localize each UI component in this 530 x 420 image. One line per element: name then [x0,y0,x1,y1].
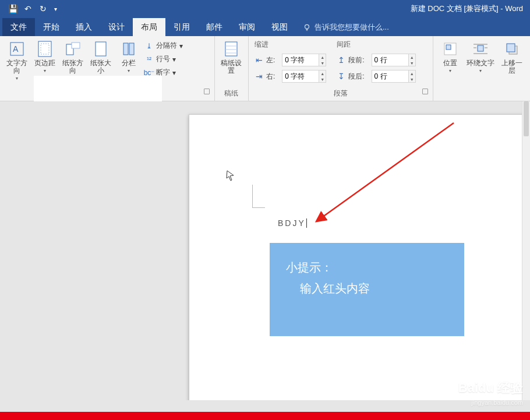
margins-button[interactable]: 页边距 ▾ [31,38,58,75]
svg-rect-7 [96,42,106,56]
chevron-down-icon: ▾ [54,6,57,12]
spin-down-icon[interactable]: ▼ [319,60,326,66]
position-icon [441,40,460,58]
indent-right-input[interactable] [282,70,319,83]
text-cursor-icon [225,170,236,181]
document-workspace: BDJY 小提示： 输入红头内容 [0,101,530,400]
tab-home[interactable]: 开始 [35,18,68,36]
lightbulb-icon [303,23,311,31]
spacing-after-spinner[interactable]: ▲▼ [372,70,416,83]
line-numbers-icon: ¹² [144,55,154,64]
spin-up-icon[interactable]: ▲ [319,70,326,76]
tip-line1: 小提示： [286,257,448,278]
orientation-label: 纸张方向 [61,59,85,75]
spacing-before-row: ↥ 段前: [337,54,364,66]
manuscript-settings-button[interactable]: 稿纸设置 [218,38,245,76]
qat-more-button[interactable]: ▾ [51,2,59,16]
tab-file[interactable]: 文件 [2,18,35,36]
save-icon: 💾 [8,4,18,13]
spin-up-icon[interactable]: ▲ [319,54,326,60]
group-manuscript: 稿纸设置 稿纸 [215,36,249,101]
chevron-down-icon: ▾ [179,42,183,50]
redo-button[interactable]: ↻ [36,2,50,16]
paragraph-group-label: 段落 [252,87,429,100]
svg-rect-16 [478,45,483,51]
svg-rect-10 [225,42,237,56]
indent-right-icon: ⇥ [255,72,264,81]
breaks-button[interactable]: ⤓分隔符 ▾ [144,41,183,51]
redo-icon: ↻ [40,4,47,13]
spin-down-icon[interactable]: ▼ [409,60,415,66]
columns-button[interactable]: 分栏 ▾ [115,38,142,75]
svg-line-23 [322,123,454,217]
undo-icon: ↶ [24,4,31,13]
bottom-red-bar [0,412,530,420]
chevron-down-icon: ▾ [128,68,130,73]
group-paragraph: 缩进 ⇤ 左: ▲▼ ⇥ 右: ▲▼ [249,36,433,101]
spacing-before-input[interactable] [372,54,409,66]
margins-label: 页边距 [34,59,55,67]
tab-layout[interactable]: 布局 [133,18,165,36]
paper-size-icon [91,40,110,58]
spacing-before-spinner[interactable]: ▲▼ [372,54,416,66]
quick-access-toolbar: 💾 ↶ ↻ ▾ [2,2,59,16]
indent-right-spinner[interactable]: ▲▼ [282,70,326,83]
page-setup-stack: ⤓分隔符 ▾ ¹²行号 ▾ bc⁻断字 ▾ [143,38,184,80]
indent-header: 缩进 [255,40,275,50]
spacing-header: 间距 [337,40,364,50]
wrap-text-icon [471,40,490,58]
arrange-group-label [437,97,527,100]
spin-down-icon[interactable]: ▼ [319,76,326,82]
dialog-launcher-icon[interactable] [204,89,210,94]
tab-view[interactable]: 视图 [263,18,296,36]
tell-me-search[interactable]: 告诉我您想要做什么... [296,22,394,36]
svg-rect-15 [446,45,451,50]
spacing-before-icon: ↥ [337,55,346,65]
bring-forward-button[interactable]: 上移一层 [497,38,527,76]
line-numbers-label: 行号 [156,54,170,64]
bring-forward-label: 上移一层 [499,59,525,75]
undo-button[interactable]: ↶ [21,2,35,16]
save-button[interactable]: 💾 [6,2,20,16]
indent-left-input[interactable] [282,54,319,66]
chevron-down-icon: ▾ [449,68,451,73]
dialog-launcher-icon[interactable] [422,89,428,94]
orientation-icon [63,40,82,58]
indent-right-row: ⇥ 右: [255,70,275,83]
position-button[interactable]: 位置 ▾ [437,38,464,75]
tab-references[interactable]: 引用 [165,18,198,36]
scrollbar-thumb[interactable] [524,101,529,136]
svg-rect-6 [72,43,80,48]
tab-review[interactable]: 审阅 [231,18,263,36]
spin-up-icon[interactable]: ▲ [409,70,415,76]
spacing-before-label: 段前: [348,55,364,65]
tab-insert[interactable]: 插入 [68,18,100,36]
wrap-text-button[interactable]: 环绕文字 ▾ [465,38,496,75]
spacing-after-row: ↧ 段后: [337,70,364,83]
vertical-scrollbar[interactable] [522,101,530,400]
chevron-down-icon: ▾ [172,69,176,77]
columns-icon [119,40,138,58]
breaks-icon: ⤓ [144,41,154,51]
svg-rect-9 [129,43,134,55]
manuscript-settings-label: 稿纸设置 [220,59,243,75]
text-direction-label: 文字方向 [5,59,29,75]
manuscript-group-label: 稿纸 [218,87,245,100]
spin-down-icon[interactable]: ▼ [409,76,415,82]
document-page[interactable]: BDJY 小提示： 输入红头内容 [189,114,530,400]
spin-up-icon[interactable]: ▲ [409,54,415,60]
indent-left-icon: ⇤ [255,55,264,65]
bring-forward-icon [503,40,521,58]
tab-design[interactable]: 设计 [100,18,133,36]
tell-me-label: 告诉我您想要做什么... [315,22,389,33]
manuscript-icon [222,40,241,58]
tip-callout: 小提示： 输入红头内容 [270,243,464,336]
spacing-after-label: 段后: [348,72,364,82]
spacing-after-input[interactable] [372,70,409,83]
tab-mailings[interactable]: 邮件 [198,18,231,36]
line-numbers-button[interactable]: ¹²行号 ▾ [144,54,183,64]
indent-left-spinner[interactable]: ▲▼ [282,54,326,66]
text-direction-button[interactable]: A 文字方向 ▾ [3,38,30,82]
document-body-text[interactable]: BDJY [278,218,307,228]
ribbon: A 文字方向 ▾ 页边距 ▾ 纸张方向 ▾ [0,36,530,101]
